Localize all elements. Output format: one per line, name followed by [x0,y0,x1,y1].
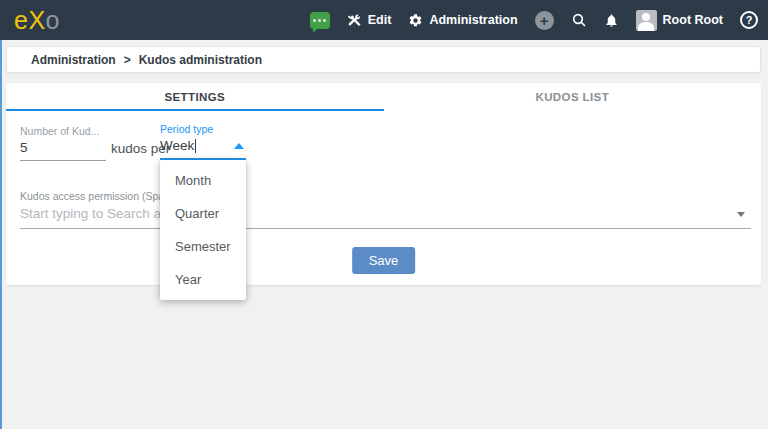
user-name: Root Root [663,13,723,27]
logo-letter-x: X [28,6,45,35]
logo-letter-o: o [46,6,60,35]
option-quarter[interactable]: Quarter [160,197,246,230]
tab-settings[interactable]: SETTINGS [6,83,384,111]
avatar [636,10,657,31]
access-permission-label: Kudos access permission (Spaces only) [20,190,751,202]
period-type-field[interactable]: Period type Week [160,123,246,160]
logo-letter-e: e [14,6,28,35]
tools-icon [347,13,362,28]
period-type-value: Week [160,138,194,153]
period-type-label: Period type [160,123,246,135]
kudos-number-field: Number of Kud... [20,125,106,161]
search-icon [571,12,587,28]
chevron-up-icon[interactable] [234,143,244,149]
add-button[interactable]: + [535,11,554,30]
question-mark-icon: ? [740,11,758,29]
option-year[interactable]: Year [160,263,246,296]
gear-icon [408,13,423,28]
breadcrumb: Administration > Kudos administration [6,46,761,73]
window-left-edge [0,40,2,429]
save-button[interactable]: Save [352,247,416,274]
administration-button[interactable]: Administration [408,13,517,28]
space-search-input[interactable] [20,202,751,229]
bell-icon [604,13,619,28]
breadcrumb-administration[interactable]: Administration [31,53,116,67]
period-type-dropdown: Month Quarter Semester Year [160,160,246,300]
kudos-number-label: Number of Kud... [20,125,106,137]
chevron-down-icon[interactable] [737,212,745,217]
exo-logo[interactable]: eXo [14,6,60,35]
access-permission-field: Kudos access permission (Spaces only) [20,190,751,229]
edit-button[interactable]: Edit [347,13,392,28]
chat-bubble-icon [310,12,330,29]
notifications-button[interactable] [604,13,619,28]
breadcrumb-kudos-administration[interactable]: Kudos administration [139,53,262,67]
option-semester[interactable]: Semester [160,230,246,263]
plus-circle-icon: + [535,11,554,30]
chat-button[interactable] [310,12,330,29]
topbar: eXo Edit Administration + [0,0,768,40]
period-type-value-row[interactable]: Week [160,135,246,160]
user-menu[interactable]: Root Root [636,10,723,31]
administration-label: Administration [429,13,517,27]
kudos-admin-card: SETTINGS KUDOS LIST Number of Kud... kud… [6,83,761,285]
option-month[interactable]: Month [160,164,246,197]
help-button[interactable]: ? [740,11,758,29]
tab-kudos-list[interactable]: KUDOS LIST [384,83,762,111]
search-button[interactable] [571,12,587,28]
text-cursor [195,139,196,153]
breadcrumb-separator: > [124,53,131,67]
topbar-actions: Edit Administration + Root Root ? [310,10,758,31]
edit-label: Edit [368,13,392,27]
settings-form: Number of Kud... kudos per Period type W… [6,111,761,285]
tab-bar: SETTINGS KUDOS LIST [6,83,761,111]
kudos-number-input[interactable] [20,137,106,161]
